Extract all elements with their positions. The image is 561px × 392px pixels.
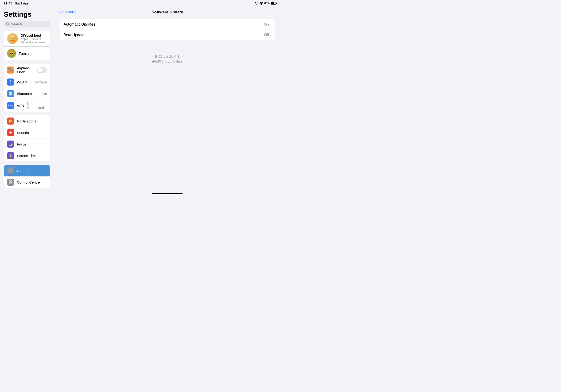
wlan-icon bbox=[7, 78, 14, 86]
beta-updates-label: Beta Updates bbox=[64, 33, 264, 37]
svg-rect-6 bbox=[9, 182, 10, 184]
vpn-icon: VPN bbox=[7, 102, 14, 109]
sidebar-title: Settings bbox=[0, 9, 54, 21]
profile-row[interactable]: 🧝 DIYgod best Apple ID, iCloud+, Media &… bbox=[4, 31, 50, 46]
general-group: ⚙️ General Control Centre bbox=[4, 165, 50, 188]
back-chevron-icon: ‹ bbox=[60, 10, 62, 15]
wifi-icon bbox=[255, 2, 259, 5]
general-icon: ⚙️ bbox=[7, 167, 14, 174]
profile-subtitle: Apple ID, iCloud+, Media & Purchases bbox=[21, 37, 47, 44]
sidebar-item-focus[interactable]: 🌙 Focus bbox=[4, 138, 50, 150]
status-time: 21:45 bbox=[4, 1, 12, 5]
sounds-label: Sounds bbox=[17, 131, 47, 135]
automatic-updates-row[interactable]: Automatic Updates On › bbox=[60, 19, 275, 30]
sidebar-item-control-centre[interactable]: Control Centre bbox=[4, 176, 50, 188]
svg-marker-3 bbox=[9, 131, 11, 134]
profile-name: DIYgod best bbox=[21, 33, 47, 37]
search-icon bbox=[6, 22, 9, 26]
control-centre-icon bbox=[7, 179, 14, 186]
bluetooth-icon bbox=[7, 90, 14, 97]
control-centre-label: Control Centre bbox=[17, 180, 47, 184]
svg-point-0 bbox=[261, 3, 262, 3]
home-indicator bbox=[54, 191, 281, 196]
sidebar-item-general[interactable]: ⚙️ General bbox=[4, 165, 50, 176]
wlan-label: WLAN bbox=[17, 80, 32, 84]
back-button[interactable]: ‹ General bbox=[60, 10, 76, 15]
os-version: iPadOS 16.4.1 bbox=[60, 54, 275, 58]
battery-percent: 65% bbox=[264, 2, 270, 5]
family-row[interactable]: 🐱 Family bbox=[4, 46, 50, 60]
sounds-icon bbox=[7, 129, 14, 136]
bluetooth-value: On bbox=[42, 92, 47, 96]
sidebar-item-wlan[interactable]: WLAN DIYgod bbox=[4, 76, 50, 88]
sidebar-item-bluetooth[interactable]: Bluetooth On bbox=[4, 88, 50, 99]
home-bar bbox=[152, 193, 183, 194]
automatic-updates-value: On › bbox=[264, 22, 271, 27]
profile-card: 🧝 DIYgod best Apple ID, iCloud+, Media &… bbox=[4, 31, 50, 60]
notifications-group: 🔔 Notifications Sounds 🌙 Focus ⌛ bbox=[4, 115, 50, 161]
os-status: iPadOS is up to date bbox=[60, 59, 275, 63]
chevron-right-icon-2: › bbox=[270, 33, 271, 37]
airplane-toggle[interactable] bbox=[37, 67, 47, 73]
beta-updates-row[interactable]: Beta Updates Off › bbox=[60, 30, 275, 40]
connectivity-group: ✈️ Airplane Mode WLAN DIYgod bbox=[4, 64, 50, 112]
status-icons: 65% bbox=[255, 2, 277, 5]
right-panel: ‹ General Software Update Automatic Upda… bbox=[54, 7, 281, 196]
beta-updates-value: Off › bbox=[264, 33, 271, 37]
screen-time-icon: ⌛ bbox=[7, 152, 14, 159]
location-icon bbox=[260, 2, 263, 5]
wlan-value: DIYgod bbox=[35, 80, 47, 84]
sidebar-item-screen-time[interactable]: ⌛ Screen Time bbox=[4, 150, 50, 161]
status-date: Sat 8 Apr bbox=[15, 2, 28, 5]
bluetooth-label: Bluetooth bbox=[17, 92, 40, 96]
right-header: ‹ General Software Update bbox=[54, 7, 281, 17]
back-label: General bbox=[62, 10, 76, 15]
svg-line-2 bbox=[9, 24, 9, 25]
right-panel-title: Software Update bbox=[151, 10, 183, 15]
focus-label: Focus bbox=[17, 142, 47, 146]
svg-rect-5 bbox=[11, 181, 12, 182]
airplane-icon: ✈️ bbox=[7, 66, 14, 74]
os-info: iPadOS 16.4.1 iPadOS is up to date bbox=[60, 45, 275, 73]
avatar: 🧝 bbox=[7, 33, 18, 44]
vpn-label: VPN bbox=[17, 104, 24, 108]
family-avatar: 🐱 bbox=[7, 49, 16, 58]
notifications-icon: 🔔 bbox=[7, 118, 14, 125]
right-content: Automatic Updates On › Beta Updates Off … bbox=[54, 17, 281, 191]
sidebar-item-airplane[interactable]: ✈️ Airplane Mode bbox=[4, 64, 50, 76]
battery-icon: 65% bbox=[264, 2, 277, 5]
airplane-label: Airplane Mode bbox=[17, 66, 34, 74]
sidebar-item-sounds[interactable]: Sounds bbox=[4, 127, 50, 138]
sidebar-item-vpn[interactable]: VPN VPN Not Connected bbox=[4, 99, 50, 112]
general-label: General bbox=[17, 169, 47, 173]
chevron-right-icon: › bbox=[270, 22, 271, 27]
screen-time-label: Screen Time bbox=[17, 154, 47, 158]
status-bar: 21:45 Sat 8 Apr 65% bbox=[0, 0, 280, 7]
automatic-updates-label: Automatic Updates bbox=[64, 22, 264, 27]
search-input[interactable] bbox=[11, 22, 48, 26]
update-card: Automatic Updates On › Beta Updates Off … bbox=[60, 19, 275, 40]
focus-icon: 🌙 bbox=[7, 141, 14, 148]
sidebar: Settings 🧝 DIYgod best Apple ID, iCloud+… bbox=[0, 7, 54, 196]
svg-rect-7 bbox=[11, 182, 12, 184]
svg-rect-4 bbox=[9, 181, 10, 182]
search-bar[interactable] bbox=[4, 21, 50, 28]
sidebar-item-notifications[interactable]: 🔔 Notifications bbox=[4, 115, 50, 127]
vpn-value: Not Connected bbox=[27, 101, 47, 109]
notifications-label: Notifications bbox=[17, 119, 47, 123]
family-label: Family bbox=[19, 52, 29, 55]
